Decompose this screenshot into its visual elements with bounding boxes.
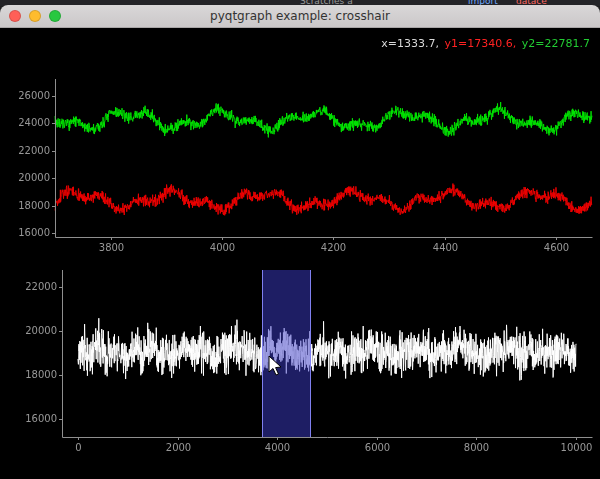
readout-y2: y2=22781.7 — [522, 37, 590, 50]
close-button[interactable] — [9, 10, 21, 22]
app-window: pyqtgraph example: crosshair x=1333.7, y… — [0, 5, 600, 479]
readout-x: x=1333.7, — [381, 37, 439, 50]
window-titlebar[interactable]: pyqtgraph example: crosshair — [0, 5, 600, 28]
window-title: pyqtgraph example: crosshair — [210, 9, 390, 23]
top-plot-canvas[interactable] — [0, 28, 600, 262]
readout-y1: y1=17340.6, — [445, 37, 517, 50]
minimize-button[interactable] — [29, 10, 41, 22]
plot-area: x=1333.7, y1=17340.6, y2=22781.7 — [0, 28, 600, 479]
crosshair-readout: x=1333.7, y1=17340.6, y2=22781.7 — [379, 37, 590, 50]
linear-region-handle[interactable] — [262, 270, 310, 438]
zoom-button[interactable] — [49, 10, 61, 22]
